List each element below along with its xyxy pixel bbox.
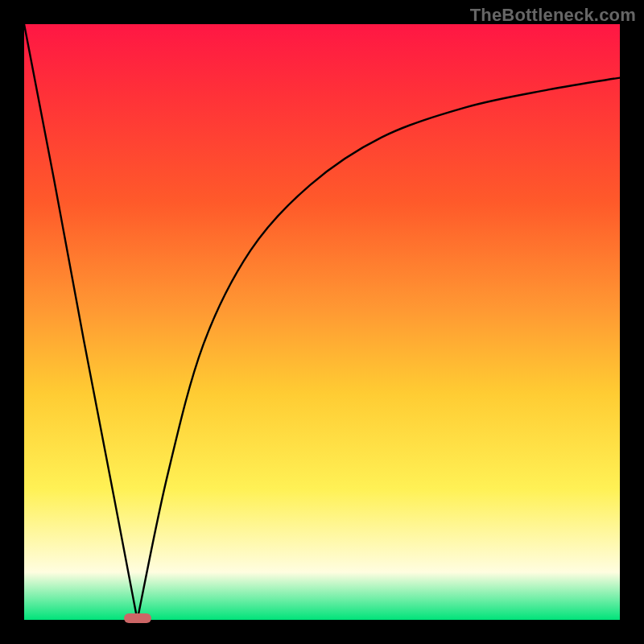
curve-right-branch bbox=[138, 78, 620, 620]
chart-canvas: TheBottleneck.com bbox=[0, 0, 644, 644]
minimum-marker bbox=[124, 613, 151, 623]
curve-left-branch bbox=[24, 24, 138, 620]
bottleneck-curve bbox=[24, 24, 620, 620]
attribution-text: TheBottleneck.com bbox=[470, 5, 636, 26]
plot-area bbox=[24, 24, 620, 620]
